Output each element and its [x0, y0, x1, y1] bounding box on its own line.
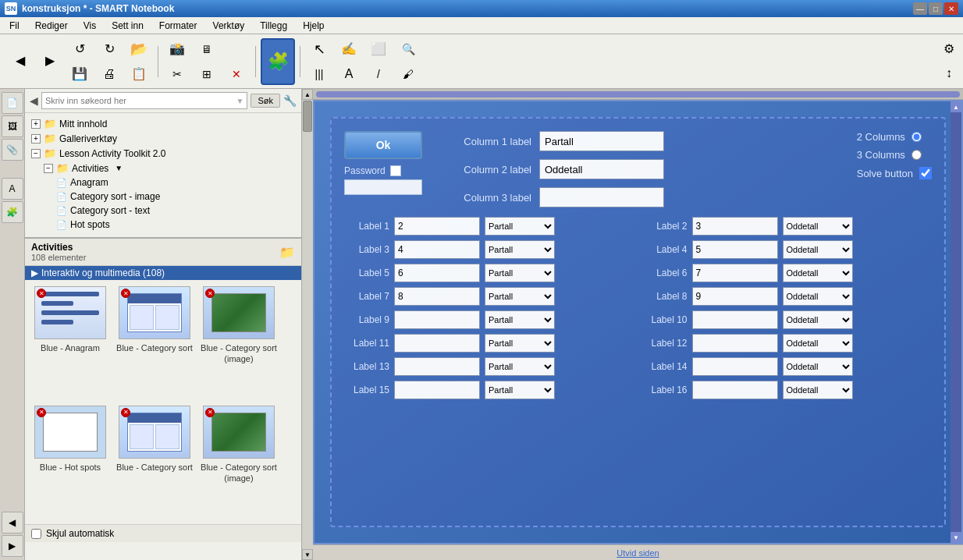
password-input[interactable]: [344, 179, 422, 195]
menu-sett-inn[interactable]: Sett inn: [105, 19, 150, 33]
tree-item-category-image[interactable]: 📄 Category sort - image: [28, 190, 298, 204]
text-tool[interactable]: A: [335, 62, 363, 86]
display-button[interactable]: 🖥: [193, 37, 221, 61]
canvas-scroll-down[interactable]: ▼: [951, 532, 961, 543]
print-button[interactable]: 🖨: [95, 62, 123, 86]
col2-input[interactable]: [539, 159, 664, 179]
solve-button-checkbox[interactable]: [919, 167, 932, 179]
label-value-input-label-3[interactable]: [394, 240, 480, 259]
tree-item-category-text[interactable]: 📄 Category sort - text: [28, 204, 298, 218]
open-button[interactable]: 📂: [125, 37, 153, 61]
menu-vis[interactable]: Vis: [77, 19, 102, 33]
wrench-icon[interactable]: 🔧: [283, 94, 297, 107]
back-button[interactable]: ◀: [6, 49, 34, 73]
category-header[interactable]: ▶ Interaktiv og multimedia (108): [25, 266, 301, 280]
label-value-input-label-5[interactable]: [394, 264, 480, 282]
activity-item-catgsort-img2[interactable]: ✕ Blue - Category sort (image): [200, 406, 278, 519]
table-button[interactable]: ⊞: [193, 62, 221, 86]
label-select-label-1[interactable]: PartallOddetall: [485, 217, 555, 236]
fill-tool[interactable]: 🖌: [394, 62, 422, 86]
gear-button[interactable]: ⚙: [938, 37, 960, 59]
label-value-input-label-7[interactable]: [394, 287, 480, 306]
delete-dot-catgsort-img[interactable]: ✕: [205, 289, 215, 298]
label-select-label-8[interactable]: OddetallPartall: [783, 287, 853, 306]
canvas-scroll-up[interactable]: ▲: [951, 101, 961, 112]
scroll-down-arrow[interactable]: ▼: [302, 549, 313, 560]
top-scroll[interactable]: [313, 89, 963, 100]
save-button[interactable]: 💾: [66, 62, 94, 86]
maximize-button[interactable]: □: [929, 2, 943, 15]
search-button[interactable]: Søk: [251, 94, 280, 108]
select-tool[interactable]: ↖: [305, 37, 333, 61]
menu-rediger[interactable]: Rediger: [29, 19, 74, 33]
col1-input[interactable]: [539, 131, 664, 151]
label-select-label-12[interactable]: OddetallPartall: [783, 334, 853, 353]
label-select-label-14[interactable]: OddetallPartall: [783, 357, 853, 376]
bottom-status[interactable]: Utvid siden: [313, 544, 963, 560]
redo-button[interactable]: ↻: [95, 37, 123, 61]
scroll-thumb[interactable]: [303, 101, 312, 132]
ok-button[interactable]: Ok: [344, 131, 422, 159]
label-value-input-label-10[interactable]: [692, 310, 778, 329]
tree-item-mitt-innhold[interactable]: + 📁 Mitt innhold: [28, 116, 298, 131]
activity-item-catgsort[interactable]: ✕ Blue - Category sort: [115, 286, 194, 399]
label-select-label-3[interactable]: PartallOddetall: [485, 240, 555, 259]
label-value-input-label-11[interactable]: [394, 334, 480, 353]
label-value-input-label-8[interactable]: [692, 287, 778, 306]
expand-page-link[interactable]: Utvid siden: [617, 548, 659, 558]
side-nav-addon[interactable]: 🧩: [2, 201, 23, 223]
label-select-label-15[interactable]: PartallOddetall: [485, 381, 555, 399]
label-select-label-13[interactable]: PartallOddetall: [485, 357, 555, 376]
delete-dot-catgsort-img2[interactable]: ✕: [205, 408, 215, 417]
side-nav-properties[interactable]: A: [2, 178, 23, 200]
password-checkbox[interactable]: [390, 165, 401, 176]
side-nav-arrow-right[interactable]: ▶: [2, 535, 23, 557]
activity-item-hotspots[interactable]: ✕ Blue - Hot spots: [31, 406, 109, 519]
forward-button[interactable]: ▶: [36, 49, 64, 73]
label-value-input-label-1[interactable]: [394, 217, 480, 236]
label-select-label-4[interactable]: OddetallPartall: [783, 240, 853, 259]
label-value-input-label-4[interactable]: [692, 240, 778, 259]
label-select-label-10[interactable]: OddetallPartall: [783, 310, 853, 329]
label-value-input-label-12[interactable]: [692, 334, 778, 353]
search-input[interactable]: [45, 96, 233, 105]
tree-item-anagram[interactable]: 📄 Anagram: [28, 175, 298, 190]
label-value-input-label-6[interactable]: [692, 264, 778, 282]
screenshot-button[interactable]: 📸: [163, 37, 191, 61]
menu-formater[interactable]: Formater: [153, 19, 204, 33]
canvas-vscroll[interactable]: ▲ ▼: [951, 101, 961, 543]
two-columns-radio[interactable]: [911, 132, 922, 142]
side-nav-pages[interactable]: 📄: [2, 92, 23, 114]
pen2-tool[interactable]: |||: [305, 62, 333, 86]
side-nav-arrow-left[interactable]: ◀: [2, 512, 23, 533]
autohide-checkbox[interactable]: [31, 529, 41, 539]
label-select-label-9[interactable]: PartallOddetall: [485, 310, 555, 329]
delete-dot-catgsort2[interactable]: ✕: [121, 408, 130, 417]
expand-button[interactable]: ↕: [938, 62, 960, 84]
close-button[interactable]: ✕: [944, 2, 958, 15]
label-value-input-label-16[interactable]: [692, 381, 778, 399]
delete-dot-hotspots[interactable]: ✕: [37, 408, 46, 417]
side-nav-gallery[interactable]: 🖼: [2, 115, 23, 137]
back-gallery-arrow[interactable]: ◀: [30, 94, 38, 107]
tree-item-activities[interactable]: − 📁 Activities ▼: [28, 161, 298, 175]
eraser-tool[interactable]: ⬜: [364, 37, 393, 61]
cut-button[interactable]: ✂: [163, 62, 191, 86]
label-value-input-label-14[interactable]: [692, 357, 778, 376]
label-select-label-5[interactable]: PartallOddetall: [485, 264, 555, 282]
expander-lesson[interactable]: −: [31, 149, 41, 158]
search-dropdown-icon[interactable]: ▼: [236, 97, 244, 105]
label-select-label-6[interactable]: OddetallPartall: [783, 264, 853, 282]
delete-button[interactable]: ✕: [222, 62, 251, 86]
activity-item-catgsort-img[interactable]: ✕ Blue - Category sort (image): [200, 286, 278, 399]
tree-item-hotspots[interactable]: 📄 Hot spots: [28, 218, 298, 232]
label-select-label-16[interactable]: OddetallPartall: [783, 381, 853, 399]
tree-item-galleriverktoy[interactable]: + 📁 Galleriverktøy: [28, 131, 298, 146]
col3-input[interactable]: [539, 187, 664, 207]
activity-item-anagram[interactable]: ✕ Blue - Anagram: [31, 286, 109, 399]
label-value-input-label-2[interactable]: [692, 217, 778, 236]
menu-hjelp[interactable]: Hjelp: [297, 19, 330, 33]
side-nav-attachments[interactable]: 📎: [2, 139, 23, 161]
tree-item-lesson[interactable]: − 📁 Lesson Activity Toolkit 2.0: [28, 146, 298, 161]
label-select-label-7[interactable]: PartallOddetall: [485, 287, 555, 306]
